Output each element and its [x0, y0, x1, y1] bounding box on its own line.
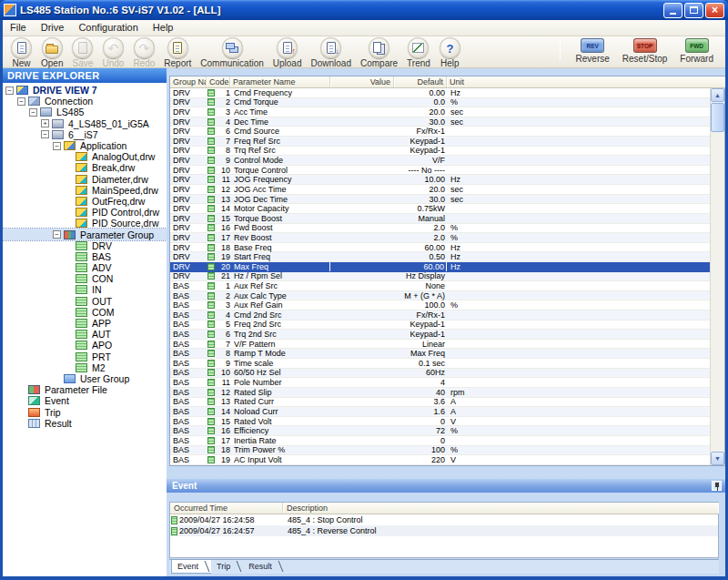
- tree-item-application[interactable]: −Application: [3, 140, 167, 151]
- toolbar-button-open[interactable]: Open: [36, 37, 67, 68]
- scroll-up-button[interactable]: ▲: [711, 88, 724, 102]
- drive-button-reset-stop[interactable]: STOPReset/Stop: [616, 38, 673, 64]
- tree-item-parameter-file[interactable]: Parameter File: [3, 384, 167, 395]
- toolbar-button-trend[interactable]: Trend: [402, 37, 435, 68]
- tree-item-pid-control-drw[interactable]: PID Control,drw: [3, 207, 167, 218]
- tree-item-drive-view-7[interactable]: −DRIVE VIEW 7: [3, 85, 167, 96]
- tree-item-connection[interactable]: −Connection: [3, 96, 167, 107]
- table-row[interactable]: BAS14Noload Curr1.6A: [170, 407, 710, 417]
- table-row[interactable]: BAS15Rated Volt0V: [170, 417, 710, 427]
- table-row[interactable]: BAS3Aux Ref Gain100.0%: [170, 300, 710, 310]
- table-row[interactable]: DRV4Dec Time30.0sec: [170, 117, 710, 127]
- table-row[interactable]: DRV20Max Freq60.00Hz: [170, 262, 710, 272]
- event-row[interactable]: 2009/04/27 16:24:58485_4 : Stop Control: [170, 514, 718, 525]
- tree-item-prt[interactable]: PRT: [3, 351, 167, 362]
- toolbar-button-communication[interactable]: Communication: [196, 37, 268, 68]
- tree-item-parameter-group[interactable]: −Parameter Group: [3, 229, 167, 239]
- table-row[interactable]: BAS17Inertia Rate0: [170, 436, 710, 446]
- column-header-default[interactable]: Default: [394, 76, 447, 87]
- tree-item-analogout-drw[interactable]: AnalogOut,drw: [3, 151, 167, 162]
- menu-item-drive[interactable]: Drive: [34, 20, 72, 36]
- maximize-button[interactable]: [684, 3, 703, 18]
- column-header-unit[interactable]: Unit: [447, 76, 724, 87]
- tree-item-bas[interactable]: BAS: [3, 251, 167, 262]
- table-row[interactable]: DRV12JOG Acc Time20.0sec: [170, 185, 710, 195]
- tree-item-outfreq-drw[interactable]: OutFreq,drw: [3, 196, 167, 207]
- menu-item-configuration[interactable]: Configuration: [71, 20, 145, 36]
- table-row[interactable]: BAS7V/F PatternLinear: [170, 340, 710, 350]
- table-row[interactable]: BAS4Cmd 2nd SrcFx/Rx-1: [170, 310, 710, 321]
- tree-item-adv[interactable]: ADV: [3, 262, 167, 273]
- table-row[interactable]: BAS16Efficiency72%: [170, 426, 710, 436]
- table-row[interactable]: BAS8Ramp T ModeMax Freq: [170, 349, 710, 359]
- tree-item-event[interactable]: Event: [3, 395, 167, 406]
- table-row[interactable]: BAS11Pole Number4: [170, 378, 710, 388]
- tree-item-pid-source-drw[interactable]: PID Source,drw: [3, 218, 167, 229]
- table-row[interactable]: BAS13Rated Curr3.6A: [170, 398, 710, 408]
- tree-item-6-is7[interactable]: −6__iS7: [3, 129, 167, 140]
- tree-item-trip[interactable]: Trip: [3, 406, 167, 417]
- tree-item-app[interactable]: APP: [3, 318, 167, 329]
- minimize-button[interactable]: [663, 3, 682, 18]
- collapse-toggle-icon[interactable]: −: [53, 230, 61, 239]
- column-header-parameter-name[interactable]: Parameter Name: [230, 76, 330, 87]
- table-row[interactable]: BAS5Freq 2nd SrcKeypad-1: [170, 321, 710, 331]
- tab-trip[interactable]: Trip: [211, 560, 243, 574]
- table-row[interactable]: DRV1Cmd Frequency0.00Hz: [170, 88, 710, 98]
- tab-result[interactable]: Result: [243, 560, 285, 574]
- toolbar-button-help[interactable]: Help: [435, 37, 465, 68]
- table-row[interactable]: BAS18Trim Power %100%: [170, 446, 710, 456]
- collapse-toggle-icon[interactable]: −: [29, 108, 37, 117]
- toolbar-button-download[interactable]: Download: [306, 37, 355, 68]
- table-row[interactable]: DRV10Torque Control---- No ----: [170, 166, 710, 176]
- collapse-toggle-icon[interactable]: −: [17, 97, 25, 106]
- tree-item-m2[interactable]: M2: [3, 362, 167, 373]
- title-bar[interactable]: LS485 Station No.:6 SV-iS7 V1.02 - [ALL]…: [0, 0, 728, 20]
- close-button[interactable]: ×: [705, 3, 724, 18]
- table-row[interactable]: BAS9Time scale0.1 sec: [170, 359, 710, 369]
- scroll-down-button[interactable]: ▼: [711, 452, 724, 465]
- table-row[interactable]: DRV18Base Freq60.00Hz: [170, 243, 710, 253]
- table-row[interactable]: BAS2Aux Calc TypeM + (G * A): [170, 291, 710, 301]
- table-row[interactable]: DRV19Start Freq0.50Hz: [170, 252, 710, 262]
- table-row[interactable]: DRV8Trq Ref SrcKeypad-1: [170, 147, 710, 157]
- vertical-scrollbar[interactable]: ▲ ▼: [710, 88, 724, 465]
- column-header-group-name[interactable]: Group Name: [170, 76, 207, 87]
- table-row[interactable]: DRV21Hz / Rpm SelHz Display: [170, 272, 710, 282]
- tree-item-apo[interactable]: APO: [3, 340, 167, 351]
- table-row[interactable]: BAS12Rated Slip40rpm: [170, 388, 710, 398]
- table-row[interactable]: DRV15Torque BoostManual: [170, 214, 710, 224]
- toolbar-button-new[interactable]: New: [6, 37, 36, 68]
- expand-toggle-icon[interactable]: +: [41, 119, 49, 127]
- table-row[interactable]: BAS6Trq 2nd SrcKeypad-1: [170, 330, 710, 340]
- tree-item-break-drw[interactable]: Break,drw: [3, 162, 167, 173]
- tree-item-out[interactable]: OUT: [3, 296, 167, 307]
- tree-item-diameter-drw[interactable]: Diameter,drw: [3, 174, 167, 185]
- tree-item-aut[interactable]: AUT: [3, 329, 167, 340]
- tree-item-result[interactable]: Result: [3, 418, 167, 429]
- table-row[interactable]: DRV2Cmd Torque0.0%: [170, 98, 710, 108]
- toolbar-button-compare[interactable]: Compare: [356, 37, 402, 68]
- tree-item-drv[interactable]: DRV: [3, 240, 167, 251]
- table-row[interactable]: DRV9Control ModeV/F: [170, 156, 710, 166]
- toolbar-button-redo[interactable]: Redo: [128, 37, 159, 68]
- scrollbar-thumb[interactable]: [711, 103, 724, 132]
- table-row[interactable]: DRV14Motor Capacity0.75kW: [170, 204, 710, 214]
- table-row[interactable]: DRV7Freq Ref SrcKeypad-1: [170, 137, 710, 147]
- tree-item-mainspeed-drw[interactable]: MainSpeed,drw: [3, 185, 167, 196]
- table-row[interactable]: BAS19AC Input Volt220V: [170, 455, 710, 465]
- tree-item-ls485[interactable]: −LS485: [3, 107, 167, 117]
- collapse-toggle-icon[interactable]: −: [53, 142, 61, 150]
- column-header-occurred-time[interactable]: Occurred Time: [170, 503, 283, 514]
- table-row[interactable]: DRV3Acc Time20.0sec: [170, 107, 710, 117]
- tree-item-com[interactable]: COM: [3, 307, 167, 318]
- collapse-toggle-icon[interactable]: −: [41, 130, 49, 138]
- column-header-code[interactable]: Code: [207, 76, 230, 87]
- table-row[interactable]: DRV16Fwd Boost2.0%: [170, 224, 710, 234]
- tree-item-user-group[interactable]: User Group: [3, 373, 167, 384]
- tree-item-con[interactable]: CON: [3, 273, 167, 284]
- column-header-value[interactable]: Value: [330, 76, 394, 87]
- tab-event[interactable]: Event: [171, 560, 211, 574]
- menu-item-file[interactable]: File: [3, 20, 34, 36]
- tree-item-4-ls485-01-ig5a[interactable]: +4_LS485_01_iG5A: [3, 118, 167, 129]
